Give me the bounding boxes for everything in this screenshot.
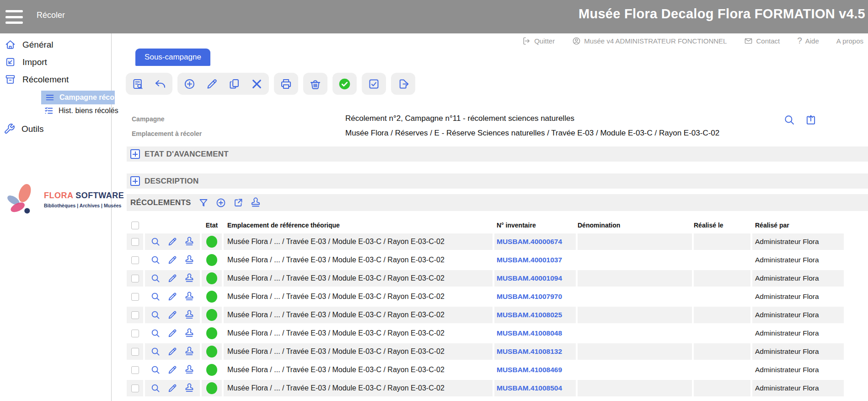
row-edit-button[interactable] (167, 255, 177, 265)
table-row: Musée Flora / ... / Travée E-03 / Module… (127, 362, 846, 378)
row-search-button[interactable] (150, 365, 161, 375)
hamburger-menu-icon[interactable] (5, 10, 23, 24)
export-button[interactable] (397, 78, 409, 90)
row-inventaire-link[interactable]: MUSBAM.40000674 (497, 238, 562, 246)
filter-button[interactable] (198, 196, 210, 209)
stamp-icon (184, 255, 194, 265)
validate-button[interactable] (338, 78, 351, 90)
stamp-icon (250, 197, 261, 208)
table-row: Musée Flora / ... / Travée E-03 / Module… (127, 307, 846, 323)
sidebar-item-import[interactable]: Import (5, 56, 116, 68)
select-all-checkbox[interactable] (131, 222, 139, 229)
toolbar-group-edit (177, 73, 269, 95)
row-checkbox[interactable] (131, 366, 139, 374)
row-inventaire-link[interactable]: MUSBAM.41008132 (497, 347, 562, 356)
row-realise-par: Administrateur Flora (755, 274, 819, 282)
sidebar-item-general[interactable]: Général (5, 39, 116, 50)
row-checkbox[interactable] (131, 275, 139, 282)
checkbox-button[interactable] (368, 78, 380, 90)
search-icon (150, 328, 161, 338)
row-inventaire-link[interactable]: MUSBAM.41008504 (497, 384, 562, 392)
stamp-button[interactable] (250, 196, 262, 209)
delete-x-icon (251, 78, 263, 90)
row-checkbox[interactable] (131, 311, 139, 319)
status-green-dot (206, 309, 217, 321)
row-stamp-button[interactable] (184, 273, 194, 283)
row-inventaire-link[interactable]: MUSBAM.41008469 (497, 366, 562, 374)
row-inventaire-link[interactable]: MUSBAM.40001094 (497, 274, 562, 282)
row-edit-button[interactable] (167, 292, 177, 302)
row-stamp-button[interactable] (184, 328, 194, 338)
row-checkbox[interactable] (131, 348, 139, 356)
search-campagne-button[interactable] (783, 114, 795, 126)
add-button[interactable] (183, 78, 196, 90)
row-stamp-button[interactable] (184, 365, 194, 375)
row-search-button[interactable] (150, 255, 161, 265)
row-stamp-button[interactable] (184, 292, 194, 302)
flora-software-logo: FLORA SOFTWARE Bibliothèques | Archives … (3, 179, 109, 225)
row-stamp-button[interactable] (184, 347, 194, 357)
row-search-button[interactable] (150, 383, 161, 393)
expand-plus-icon[interactable] (130, 176, 140, 186)
section-etat-avancement: ETAT D'AVANCEMENT (127, 146, 868, 162)
basket-button[interactable] (309, 78, 321, 90)
row-search-button[interactable] (150, 237, 161, 247)
row-search-button[interactable] (150, 347, 161, 357)
row-inventaire-link[interactable]: MUSBAM.41007970 (497, 293, 562, 301)
row-checkbox[interactable] (131, 293, 139, 301)
row-inventaire-link[interactable]: MUSBAM.41008025 (497, 311, 562, 319)
sidebar-item-campagne-recolmt[interactable]: Campagne récolmt. (41, 91, 115, 104)
row-search-button[interactable] (150, 310, 161, 320)
table-row: Musée Flora / ... / Travée E-03 / Module… (127, 380, 846, 396)
undo-button[interactable] (154, 78, 166, 90)
quitter-link[interactable]: Quitter (522, 37, 555, 45)
row-stamp-button[interactable] (184, 383, 194, 393)
row-edit-button[interactable] (167, 365, 177, 375)
row-emplacement: Musée Flora / ... / Travée E-03 / Module… (227, 329, 445, 337)
recolements-table: Musée Flora / ... / Travée E-03 / Module… (127, 233, 846, 398)
row-search-button[interactable] (150, 292, 161, 302)
sidebar-item-outils[interactable]: Outils (4, 123, 115, 135)
row-checkbox[interactable] (131, 238, 139, 246)
row-search-button[interactable] (150, 328, 161, 338)
open-record-button[interactable] (804, 114, 817, 126)
row-edit-button[interactable] (167, 273, 177, 283)
status-green-dot (206, 327, 217, 339)
row-realise-par: Administrateur Flora (755, 329, 819, 337)
edit-button[interactable] (206, 78, 218, 90)
row-edit-button[interactable] (167, 383, 177, 393)
tab-sous-campagne[interactable]: Sous-campagne (135, 49, 210, 66)
expand-plus-icon[interactable] (130, 149, 140, 159)
row-edit-button[interactable] (167, 347, 177, 357)
sidebar-item-hist-biens-recoles[interactable]: Hist. biens récolés (44, 106, 118, 116)
sidebar-item-recolement[interactable]: Récolement (5, 74, 116, 85)
delete-button[interactable] (251, 78, 263, 90)
row-inventaire-link[interactable]: MUSBAM.41008048 (497, 329, 562, 337)
row-checkbox[interactable] (131, 256, 139, 264)
row-checkbox[interactable] (131, 385, 139, 392)
add-circle-icon (183, 78, 196, 90)
row-edit-button[interactable] (167, 328, 177, 338)
row-edit-button[interactable] (167, 237, 177, 247)
row-stamp-button[interactable] (184, 310, 194, 320)
add-recolement-button[interactable] (215, 196, 227, 209)
aide-link[interactable]: ? Aide (797, 36, 819, 46)
row-search-button[interactable] (150, 273, 161, 283)
copy-button[interactable] (228, 78, 241, 90)
row-realise-par: Administrateur Flora (755, 238, 819, 246)
apropos-link[interactable]: A propos (836, 37, 863, 45)
row-inventaire-link[interactable]: MUSBAM.40001037 (497, 256, 562, 264)
row-edit-button[interactable] (167, 310, 177, 320)
row-stamp-button[interactable] (184, 255, 194, 265)
list-search-button[interactable] (132, 78, 144, 90)
row-stamp-button[interactable] (184, 237, 194, 247)
search-icon (783, 114, 795, 126)
print-button[interactable] (280, 78, 292, 90)
stamp-icon (184, 292, 194, 302)
row-checkbox[interactable] (131, 330, 139, 337)
contact-link[interactable]: Contact (744, 37, 780, 45)
open-external-button[interactable] (232, 196, 245, 209)
status-green-dot (206, 236, 217, 248)
window-title: Musée Flora Decalog Flora FORMATION v4.5 (579, 0, 865, 33)
user-link[interactable]: Musée v4 ADMINISTRATEUR FONCTIONNEL (572, 37, 727, 45)
